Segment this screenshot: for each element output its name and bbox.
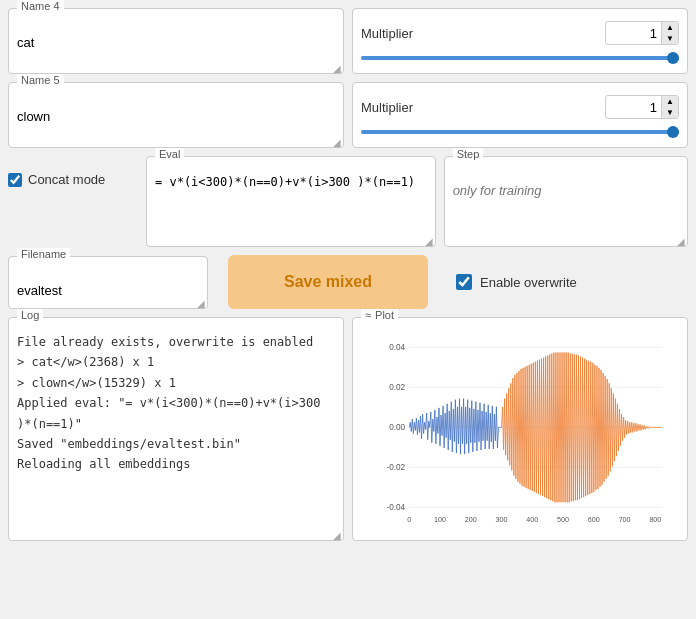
svg-text:0.04: 0.04 [389, 343, 405, 352]
multiplier2-slider-thumb[interactable] [667, 126, 679, 138]
svg-line-37 [428, 421, 429, 439]
svg-text:-0.02: -0.02 [386, 463, 405, 472]
eval-label: Eval [155, 148, 184, 160]
svg-text:400: 400 [526, 516, 538, 524]
name5-field: Name 5 ◢ [8, 82, 344, 148]
save-mixed-button[interactable]: Save mixed [228, 255, 428, 309]
enable-overwrite-label: Enable overwrite [480, 275, 577, 290]
multiplier1-input[interactable] [606, 24, 661, 43]
plot-label: ≈Plot [361, 309, 398, 321]
multiplier2-input[interactable] [606, 98, 661, 117]
log-line-3: > clown</w>(15329) x 1 [17, 373, 335, 393]
multiplier2-up[interactable]: ▲ [662, 96, 678, 107]
step-field: Step ◢ [444, 156, 688, 247]
eval-resize: ◢ [425, 236, 433, 244]
eval-field: Eval = v*(i<300)*(n==0)+v*(i>300 )*(n==1… [146, 156, 436, 247]
multiplier1-down[interactable]: ▼ [662, 33, 678, 44]
log-line-1: File already exists, overwrite is enable… [17, 332, 335, 352]
multiplier1-slider-thumb[interactable] [667, 52, 679, 64]
log-content: File already exists, overwrite is enable… [17, 324, 335, 475]
filename-field: Filename ◢ [8, 256, 208, 309]
svg-line-105 [497, 427, 498, 448]
log-field: Log File already exists, overwrite is en… [8, 317, 344, 541]
log-resize: ◢ [333, 530, 341, 538]
resize-handle2: ◢ [333, 137, 341, 145]
filename-resize: ◢ [197, 298, 205, 306]
concat-label: Concat mode [28, 172, 105, 187]
step-resize: ◢ [677, 236, 685, 244]
log-label: Log [17, 309, 43, 321]
multiplier2-field: Multiplier ▲ ▼ [352, 82, 688, 148]
multiplier1-label: Multiplier [361, 26, 599, 41]
name4-label: Name 4 [17, 0, 64, 12]
name4-input[interactable] [17, 33, 335, 52]
concat-container: Concat mode [8, 156, 138, 247]
svg-text:700: 700 [619, 516, 631, 524]
filename-input[interactable] [17, 281, 199, 300]
chart-svg: 0.04 0.02 0.00 -0.02 -0.04 0 100 [361, 332, 679, 532]
svg-text:0: 0 [407, 516, 411, 524]
svg-text:0.02: 0.02 [389, 383, 405, 392]
chart-area: 0.04 0.02 0.00 -0.02 -0.04 0 100 [361, 332, 679, 532]
svg-text:200: 200 [465, 516, 477, 524]
log-line-4: Applied eval: "= v*(i<300)*(n==0)+v*(i>3… [17, 393, 335, 413]
step-label: Step [453, 148, 484, 160]
multiplier1-slider-container [361, 51, 679, 65]
multiplier1-up[interactable]: ▲ [662, 22, 678, 33]
multiplier2-slider-container [361, 125, 679, 139]
filename-label: Filename [17, 248, 70, 260]
plot-field: ≈Plot 0.04 0.02 0.00 -0.02 -0.04 [352, 317, 688, 541]
log-line-6: Reloading all embeddings [17, 454, 335, 474]
step-input[interactable] [453, 181, 679, 200]
svg-text:100: 100 [434, 516, 446, 524]
multiplier2-down[interactable]: ▼ [662, 107, 678, 118]
multiplier1-field: Multiplier ▲ ▼ [352, 8, 688, 74]
save-button-container: Save mixed [216, 255, 440, 309]
svg-line-41 [432, 419, 433, 443]
svg-text:500: 500 [557, 516, 569, 524]
concat-checkbox[interactable] [8, 173, 22, 187]
multiplier2-spinner: ▲ ▼ [605, 95, 679, 119]
name5-input[interactable] [17, 107, 335, 126]
multiplier1-spinner: ▲ ▼ [605, 21, 679, 45]
svg-line-104 [496, 407, 497, 448]
svg-text:600: 600 [588, 516, 600, 524]
log-line-5: Saved "embeddings/evaltest.bin" [17, 434, 335, 454]
plot-inner: 0.04 0.02 0.00 -0.02 -0.04 0 100 [361, 324, 679, 532]
enable-overwrite-container: Enable overwrite [448, 266, 688, 298]
resize-handle: ◢ [333, 63, 341, 71]
svg-text:-0.04: -0.04 [386, 503, 405, 512]
eval-input[interactable]: = v*(i<300)*(n==0)+v*(i>300 )*(n==1) [155, 173, 427, 233]
svg-text:0.00: 0.00 [389, 423, 405, 432]
name4-field: Name 4 ◢ [8, 8, 344, 74]
svg-line-32 [423, 414, 424, 433]
multiplier2-label: Multiplier [361, 100, 599, 115]
name5-label: Name 5 [17, 74, 64, 86]
svg-text:300: 300 [496, 516, 508, 524]
svg-text:800: 800 [649, 516, 661, 524]
log-line-4b: )*(n==1)" [17, 414, 335, 434]
log-line-2: > cat</w>(2368) x 1 [17, 352, 335, 372]
enable-overwrite-checkbox[interactable] [456, 274, 472, 290]
